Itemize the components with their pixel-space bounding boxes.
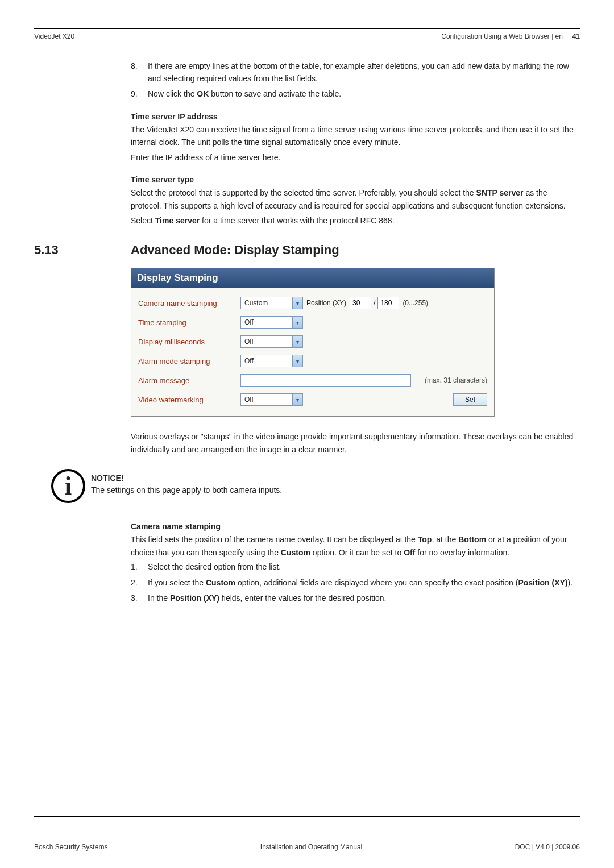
chevron-down-icon: ▾ [292,355,302,367]
after-panel-text: Various overlays or "stamps" in the vide… [131,430,580,456]
info-icon: i [51,469,85,503]
notice-text: The settings on this page apply to both … [91,484,282,496]
label-alarm-mode: Alarm mode stamping [138,357,240,366]
row-display-milliseconds: Display milliseconds Off ▾ [138,332,487,351]
section-number: 5.13 [34,243,131,258]
camera-name-stamping-p: This field sets the position of the came… [131,533,580,559]
page-number: 41 [572,32,580,40]
select-time-stamping[interactable]: Off ▾ [240,316,303,329]
notice-title: NOTICE! [91,474,282,483]
footer-center: Installation and Operating Manual [260,843,362,851]
display-stamping-panel: Display Stamping Camera name stamping Cu… [131,268,495,417]
heading-time-server-type: Time server type [131,175,580,184]
row-alarm-mode-stamping: Alarm mode stamping Off ▾ [138,351,487,371]
cam-step-3: 3. In the Position (XY) fields, enter th… [131,592,580,605]
page-footer: Bosch Security Systems Installation and … [34,840,580,851]
time-server-ip-p2: Enter the IP address of a time server he… [131,151,580,164]
page-header: VideoJet X20 Configuration Using a Web B… [34,29,580,43]
step-9: 9. Now click the OK button to save and a… [131,88,580,101]
position-range: (0...255) [403,299,428,307]
row-time-stamping: Time stamping Off ▾ [138,313,487,332]
time-server-ip-p1: The VideoJet X20 can receive the time si… [131,123,580,149]
chevron-down-icon: ▾ [292,394,302,405]
section-title: Advanced Mode: Display Stamping [131,243,339,258]
heading-time-server-ip: Time server IP address [131,112,580,121]
cam-step-1: 1. Select the desired option from the li… [131,561,580,574]
input-alarm-message[interactable] [240,374,411,387]
label-watermarking: Video watermarking [138,396,240,404]
time-server-type-p2: Select Time server for a time server tha… [131,214,580,227]
row-alarm-message: Alarm message (max. 31 characters) [138,371,487,390]
chevron-down-icon: ▾ [292,336,302,347]
label-display-ms: Display milliseconds [138,338,240,346]
label-camera-name: Camera name stamping [138,299,240,308]
chevron-down-icon: ▾ [292,317,302,328]
header-left: VideoJet X20 [34,32,74,40]
step-8: 8. If there are empty lines at the botto… [131,60,580,85]
row-video-watermarking: Video watermarking Off ▾ Set [138,390,487,409]
label-alarm-message: Alarm message [138,376,240,385]
panel-title: Display Stamping [131,268,494,288]
cam-step-2: 2. If you select the Custom option, addi… [131,577,580,589]
footer-left: Bosch Security Systems [34,843,107,851]
label-position-xy: Position (XY) [306,299,346,307]
label-time-stamping: Time stamping [138,318,240,327]
header-right: Configuration Using a Web Browser | en 4… [441,32,580,40]
row-camera-name-stamping: Camera name stamping Custom ▾ Position (… [138,293,487,313]
section-header: 5.13 Advanced Mode: Display Stamping [34,243,580,258]
select-watermarking[interactable]: Off ▾ [240,393,303,406]
chevron-down-icon: ▾ [292,297,302,309]
select-alarm-mode[interactable]: Off ▾ [240,355,303,367]
select-display-ms[interactable]: Off ▾ [240,335,303,348]
footer-right: DOC | V4.0 | 2009.06 [515,843,580,851]
heading-camera-name-stamping: Camera name stamping [131,522,580,531]
set-button[interactable]: Set [453,393,487,406]
input-position-y[interactable] [377,297,399,309]
time-server-type-p1: Select the protocol that is supported by… [131,186,580,212]
select-camera-name[interactable]: Custom ▾ [240,297,303,309]
alarm-message-note: (max. 31 characters) [419,376,487,384]
input-position-x[interactable] [350,297,371,309]
notice-block: i NOTICE! The settings on this page appl… [34,464,580,508]
